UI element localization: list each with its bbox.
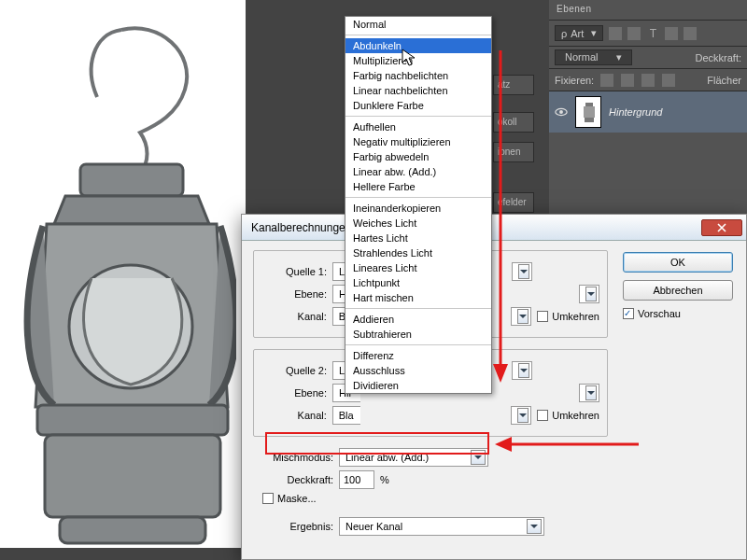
dropdown-item[interactable]: Linear abw. (Add.): [345, 164, 491, 179]
dropdown-separator: [345, 308, 491, 309]
svg-rect-9: [585, 118, 594, 122]
lock-label: Fixieren:: [555, 75, 594, 86]
panel-tab[interactable]: efelder: [493, 192, 534, 213]
dropdown-item[interactable]: Negativ multiplizieren: [345, 134, 491, 149]
ebene1-label: Ebene:: [261, 288, 327, 300]
filter-smart-icon[interactable]: [684, 27, 697, 40]
vorschau-checkbox[interactable]: Vorschau: [623, 308, 733, 319]
dropdown-item[interactable]: Dividieren: [345, 378, 491, 393]
dropdown-item[interactable]: Addieren: [345, 312, 491, 327]
dropdown-item[interactable]: Farbig nachbelichten: [345, 68, 491, 83]
dropdown-item[interactable]: Multiplizieren: [345, 53, 491, 68]
ebene1-select-arrow[interactable]: [579, 285, 599, 303]
lock-all-icon[interactable]: [662, 74, 675, 87]
quelle1-select-arrow[interactable]: [512, 262, 532, 281]
opacity-label: Deckkraft:: [695, 52, 741, 63]
svg-rect-2: [37, 405, 228, 435]
kanal1-label: Kanal:: [261, 311, 327, 322]
mischmodus-label: Mischmodus:: [253, 452, 333, 463]
quelle1-label: Quelle 1:: [261, 266, 327, 277]
ok-button[interactable]: OK: [623, 252, 733, 273]
maske-checkbox[interactable]: Maske...: [262, 493, 317, 504]
ergebnis-select[interactable]: Neuer Kanal: [339, 517, 544, 536]
dropdown-separator: [345, 35, 491, 35]
lock-position-icon[interactable]: [641, 74, 655, 87]
visibility-eye-icon[interactable]: [555, 105, 568, 119]
deckkraft-label: Deckkraft:: [253, 474, 333, 485]
kanalberechnungen-dialog: Kanalberechnungen Quelle 1: L Ebene: Hir: [241, 214, 747, 560]
panel-header: Ebenen: [549, 0, 747, 21]
umkehren2-checkbox[interactable]: Umkehren: [537, 410, 599, 421]
percent-label: %: [380, 474, 389, 485]
deckkraft-input[interactable]: 100: [339, 470, 374, 489]
dropdown-item[interactable]: Farbig abwedeln: [345, 149, 491, 164]
panel-tab[interactable]: ionen: [493, 142, 534, 162]
mischmodus-select[interactable]: Linear abw. (Add.): [339, 448, 488, 467]
lantern-image: [9, 24, 236, 547]
layer-row[interactable]: Hintergrund: [549, 91, 747, 133]
quelle2-label: Quelle 2:: [261, 365, 327, 376]
dropdown-item[interactable]: Lichtpunkt: [345, 275, 491, 290]
umkehren1-checkbox[interactable]: Umkehren: [537, 311, 599, 322]
layers-panel: Ebenen ρArt▾ T Normal ▾ Deckkraft: Fixie…: [549, 0, 747, 214]
layer-kind-select[interactable]: ρArt▾: [555, 25, 603, 41]
ebene2-select-arrow[interactable]: [579, 384, 599, 402]
mischmodus-dropdown[interactable]: NormalAbdunkelnMultiplizierenFarbig nach…: [345, 16, 492, 394]
kanal1-select-arrow[interactable]: [511, 307, 531, 326]
lock-transparent-icon[interactable]: [600, 74, 613, 87]
document-canvas[interactable]: [0, 0, 246, 548]
svg-rect-8: [584, 106, 595, 118]
ergebnis-label: Ergebnis:: [253, 521, 333, 532]
kanal2-label: Kanal:: [261, 410, 327, 421]
dropdown-item[interactable]: Strahlendes Licht: [345, 245, 491, 260]
blendmode-select[interactable]: Normal ▾: [555, 49, 632, 65]
dropdown-separator: [345, 344, 491, 345]
svg-rect-0: [80, 164, 183, 196]
cursor-icon: [402, 49, 416, 67]
dropdown-item[interactable]: Aufhellen: [345, 119, 491, 134]
dropdown-separator: [345, 197, 491, 198]
lock-paint-icon[interactable]: [621, 74, 634, 87]
dropdown-separator: [345, 116, 491, 117]
dropdown-item[interactable]: Weiches Licht: [345, 216, 491, 231]
filter-adjust-icon[interactable]: [627, 27, 641, 40]
svg-rect-4: [60, 517, 205, 543]
dropdown-item[interactable]: Dunklere Farbe: [345, 98, 491, 113]
fill-label: Flächer: [707, 75, 741, 86]
dropdown-item[interactable]: Differenz: [345, 348, 491, 363]
dropdown-item[interactable]: Abdunkeln: [345, 38, 491, 53]
svg-rect-3: [45, 435, 220, 517]
dropdown-item[interactable]: Ineinanderkopieren: [345, 201, 491, 216]
svg-rect-7: [585, 103, 593, 106]
filter-shape-icon[interactable]: [665, 27, 678, 40]
dropdown-item[interactable]: Hartes Licht: [345, 231, 491, 245]
panel-tab[interactable]: atz: [493, 75, 534, 95]
kanal2-select[interactable]: Bla: [332, 406, 360, 425]
ebene2-label: Ebene:: [261, 387, 327, 399]
layer-thumbnail[interactable]: [575, 96, 601, 128]
dialog-title: Kanalberechnungen: [251, 221, 351, 234]
svg-point-6: [559, 110, 563, 114]
layer-name[interactable]: Hintergrund: [609, 106, 662, 118]
dropdown-item[interactable]: Ausschluss: [345, 363, 491, 378]
dropdown-item[interactable]: Subtrahieren: [345, 327, 491, 342]
filter-pixel-icon[interactable]: [609, 27, 622, 40]
dropdown-item[interactable]: Linear nachbelichten: [345, 83, 491, 98]
filter-type-icon[interactable]: T: [646, 27, 659, 40]
dropdown-item[interactable]: Normal: [345, 17, 491, 32]
dropdown-item[interactable]: Hellere Farbe: [345, 179, 491, 194]
kanal2-select-arrow[interactable]: [511, 406, 531, 425]
abbrechen-button[interactable]: Abbrechen: [623, 280, 733, 301]
close-button[interactable]: [701, 219, 742, 236]
dropdown-item[interactable]: Hart mischen: [345, 290, 491, 305]
dropdown-item[interactable]: Lineares Licht: [345, 260, 491, 275]
panel-tab[interactable]: okoll: [493, 112, 534, 133]
quelle2-select-arrow[interactable]: [512, 361, 532, 380]
